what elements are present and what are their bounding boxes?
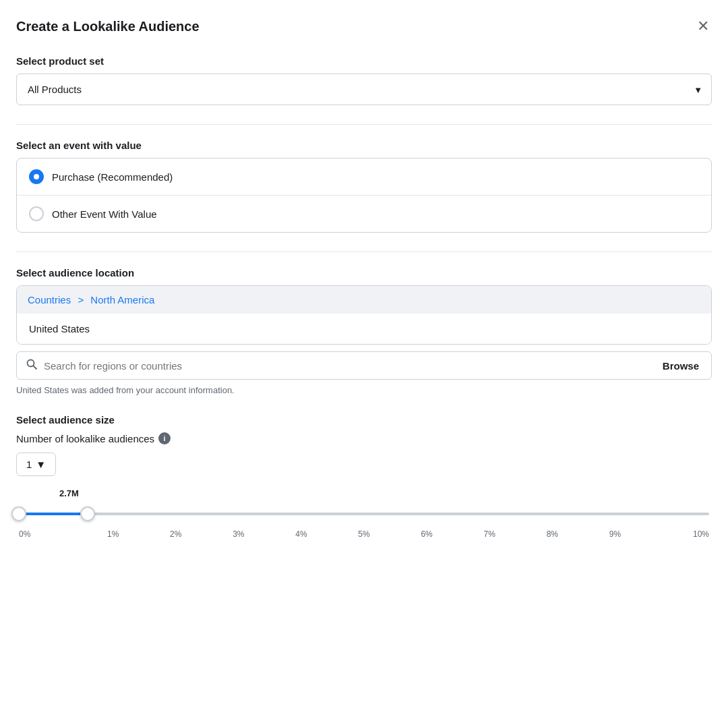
slider-tick-9: 9%	[584, 529, 646, 539]
radio-button-purchase[interactable]	[29, 169, 44, 184]
slider-tick-8: 8%	[521, 529, 584, 539]
slider-tick-0: 0%	[19, 529, 82, 539]
event-radio-group: Purchase (Recommended) Other Event With …	[16, 158, 712, 233]
product-set-label: Select product set	[16, 55, 712, 67]
radio-item-other[interactable]: Other Event With Value	[17, 196, 711, 232]
number-dropdown[interactable]: 1 ▼	[16, 453, 56, 476]
search-icon	[26, 359, 37, 372]
slider-tick-6: 6%	[396, 529, 458, 539]
slider-thumb-right[interactable]	[80, 506, 95, 521]
divider-1	[16, 124, 712, 125]
slider-tick-7: 7%	[458, 529, 521, 539]
modal-header: Create a Lookalike Audience ✕	[16, 16, 712, 36]
info-icon[interactable]: i	[158, 432, 171, 444]
slider-tick-5: 5%	[332, 529, 395, 539]
radio-label-other: Other Event With Value	[52, 208, 157, 220]
modal-title: Create a Lookalike Audience	[16, 19, 200, 34]
search-bar: Browse	[16, 351, 712, 380]
lookalike-label-text: Number of lookalike audiences	[16, 433, 154, 444]
audience-size-label: Select audience size	[16, 414, 712, 426]
slider-fill	[19, 513, 88, 515]
product-set-section: Select product set All Products ▼	[16, 55, 712, 105]
product-set-select[interactable]: All Products	[16, 74, 712, 105]
slider-labels: 0% 1% 2% 3% 4% 5% 6% 7% 8% 9% 10%	[19, 529, 709, 539]
slider-tick-1: 1%	[82, 529, 144, 539]
audience-size-section: Select audience size Number of lookalike…	[16, 414, 712, 539]
slider-tick-2: 2%	[144, 529, 207, 539]
event-label: Select an event with value	[16, 140, 712, 151]
product-set-dropdown-wrapper: All Products ▼	[16, 74, 712, 105]
close-button[interactable]: ✕	[694, 16, 712, 36]
location-label: Select audience location	[16, 267, 712, 279]
lookalike-number-label: Number of lookalike audiences i	[16, 432, 712, 444]
event-section: Select an event with value Purchase (Rec…	[16, 140, 712, 233]
breadcrumb-countries[interactable]: Countries	[28, 294, 71, 306]
search-input[interactable]	[44, 360, 660, 372]
breadcrumb-bar: Countries > North America	[17, 286, 711, 314]
radio-item-purchase[interactable]: Purchase (Recommended)	[17, 158, 711, 196]
slider-track-wrapper	[19, 504, 709, 524]
slider-tick-3: 3%	[207, 529, 270, 539]
breadcrumb-north-america[interactable]: North America	[90, 294, 154, 306]
radio-label-purchase: Purchase (Recommended)	[52, 171, 173, 183]
slider-thumb-left[interactable]	[11, 506, 26, 521]
divider-2	[16, 252, 712, 252]
browse-button[interactable]: Browse	[660, 360, 702, 372]
number-value: 1	[26, 459, 32, 470]
location-note: United States was added from your accoun…	[16, 385, 712, 395]
svg-line-1	[34, 366, 37, 370]
modal-container: Create a Lookalike Audience ✕ Select pro…	[0, 0, 728, 727]
slider-tick-4: 4%	[270, 529, 332, 539]
slider-track	[19, 513, 709, 515]
location-section: Select audience location Countries > Nor…	[16, 267, 712, 395]
selected-country-item: United States	[17, 314, 711, 344]
location-panel: Countries > North America United States	[16, 285, 712, 345]
breadcrumb-separator: >	[78, 294, 86, 306]
radio-button-other[interactable]	[29, 206, 44, 221]
slider-section: 2.7M 0% 1% 2% 3% 4% 5% 6% 7% 8% 9% 10%	[16, 488, 712, 539]
slider-value-label: 2.7M	[59, 488, 709, 498]
number-dropdown-arrow-icon: ▼	[36, 459, 46, 470]
slider-tick-10: 10%	[646, 529, 709, 539]
